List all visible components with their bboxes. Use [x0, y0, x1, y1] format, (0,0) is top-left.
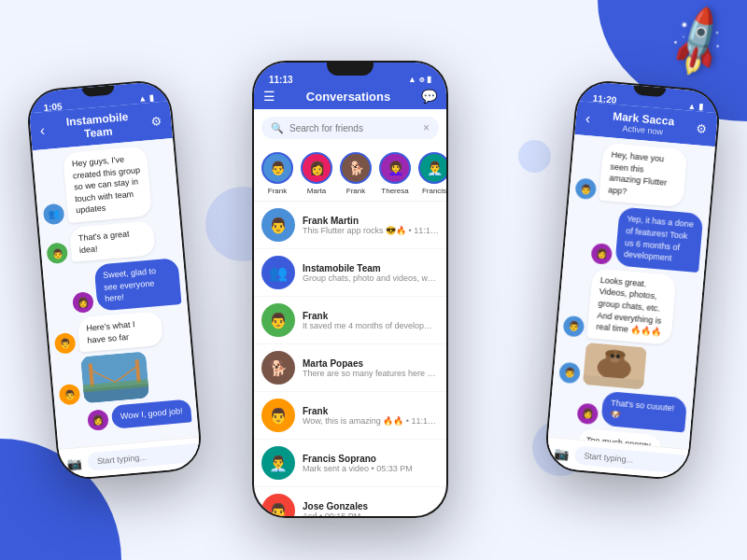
msg-bubble-2: That's a great idea!: [69, 220, 156, 262]
msg-row-4: 👨 Here's what I have so far: [52, 309, 185, 355]
story-row: 👨 Frank 👩 Marta 🐕 Frank 👩‍🦱 Theresa 👨‍💼 …: [254, 147, 446, 202]
search-icon: 🔍: [271, 122, 284, 134]
left-camera-icon[interactable]: 📷: [66, 455, 82, 470]
right-header-info: Mark Sacca Active now: [597, 108, 689, 138]
compose-icon[interactable]: 💬: [421, 89, 437, 104]
msg-bubble-4: Here's what I have so far: [77, 311, 163, 353]
menu-icon[interactable]: ☰: [263, 89, 275, 104]
story-frank2[interactable]: 🐕 Frank: [340, 152, 372, 195]
conv-frank[interactable]: 👨 Frank It saved me 4 months of developm…: [254, 297, 446, 344]
conv-marta[interactable]: 🐕 Marta Popaes There are so many feature…: [254, 344, 446, 392]
bridge-placeholder: [80, 352, 149, 404]
story-name-frank1: Frank: [268, 187, 287, 195]
conv-avatar-frank2: 👨: [261, 399, 295, 432]
msg-row-img: 👨: [56, 348, 190, 406]
center-phone: 11:13 ▲ ⌾ ▮ ☰ Conversations 💬 🔍 × 👨 Fran…: [252, 61, 448, 518]
right-msg-row-4: That's so cuuute! 🐶 👩: [556, 386, 688, 432]
center-search-bar: 🔍 ×: [261, 117, 439, 139]
right-back-icon[interactable]: ‹: [585, 110, 591, 127]
story-name-francis: Francis: [422, 187, 446, 195]
conv-name-instamobile: Instamobile Team: [303, 263, 439, 273]
conv-avatar-frank-martin: 👨: [261, 208, 295, 242]
conv-info-francis: Francis Soprano Mark sent a video • 05:3…: [303, 454, 439, 473]
story-avatar-frank1: 👨: [261, 152, 293, 184]
right-msg-avatar-3: 👨: [563, 315, 585, 337]
conv-preview-frank: It saved me 4 months of development 😎: [303, 321, 439, 330]
conv-info-frank2: Frank Wow, this is amazing 🔥🔥 • 11:11 AM: [303, 406, 439, 426]
right-camera-icon[interactable]: 📷: [554, 446, 570, 461]
conv-frank-martin[interactable]: 👨 Frank Martin This Flutter app rocks 😎🔥…: [254, 202, 446, 249]
left-chat-title: Instamobile Team: [51, 109, 145, 143]
msg-bubble-3: Sweet, glad to see everyone here!: [93, 258, 181, 311]
msg-bubble-1: Hey guys, I've created this group so we …: [63, 146, 153, 223]
conv-francis[interactable]: 👨‍💼 Francis Soprano Mark sent a video • …: [254, 440, 446, 487]
left-header-info: Instamobile Team: [51, 109, 145, 143]
conv-avatar-marta-popaes: 🐕: [261, 351, 295, 385]
msg-avatar-3: 👩: [72, 291, 94, 314]
story-frank1[interactable]: 👨 Frank: [261, 152, 293, 195]
msg-avatar-img: 👨: [59, 384, 81, 406]
conv-preview-marta: There are so many features here 😍 • 11:1…: [303, 369, 439, 378]
left-phone-screen: 1:05 ▲ ▮ ‹ Instamobile Team ⚙ 👥 Hey guys…: [27, 80, 202, 480]
msg-row-3: Sweet, glad to see everyone here! 👩: [49, 258, 182, 315]
center-app-header: ☰ Conversations 💬: [254, 83, 446, 109]
conversations-title: Conversations: [306, 90, 390, 104]
right-chat-bg: 👨 Hey, have you seen this amazing Flutte…: [548, 134, 715, 449]
right-msg-row-1: 👨 Hey, have you seen this amazing Flutte…: [574, 140, 709, 209]
conv-name-frank-martin: Frank Martin: [303, 216, 439, 226]
conv-jose[interactable]: 👨 Jose Gonzales Asd • 09:15 PM: [254, 487, 446, 516]
right-msg-bubble-4: That's so cuuute! 🐶: [600, 390, 687, 432]
story-name-marta: Marta: [307, 187, 326, 195]
conv-name-marta: Marta Popaes: [303, 358, 439, 369]
msg-row-5: Wow I, good job! 👩: [61, 399, 192, 434]
conv-info-jose: Jose Gonzales Asd • 09:15 PM: [303, 501, 439, 517]
right-msg-row-2: Yep, it has a done of features! Took us …: [570, 203, 704, 273]
story-avatar-marta: 👩: [301, 152, 332, 184]
right-phone: 11:20 ▲ ▮ ‹ Mark Sacca Active now ⚙ 👨 He…: [543, 78, 722, 482]
conv-info-frank: Frank It saved me 4 months of developmen…: [303, 311, 439, 330]
story-name-frank2: Frank: [346, 187, 365, 195]
center-phone-screen: 11:13 ▲ ⌾ ▮ ☰ Conversations 💬 🔍 × 👨 Fran…: [254, 63, 446, 516]
conv-avatar-francis: 👨‍💼: [261, 446, 295, 480]
right-message-input[interactable]: [574, 445, 698, 474]
right-msg-avatar-2: 👩: [590, 243, 613, 265]
search-input[interactable]: [289, 123, 417, 133]
right-phone-screen: 11:20 ▲ ▮ ‹ Mark Sacca Active now ⚙ 👨 He…: [545, 80, 720, 480]
right-msg-bubble-3: Looks great. Videos, photos, group chats…: [586, 268, 677, 345]
right-send-icon[interactable]: ➤: [702, 459, 713, 474]
conv-instamobile[interactable]: 👥 Instamobile Team Group chats, photo an…: [254, 249, 446, 297]
story-name-theresa: Theresa: [381, 187, 408, 195]
msg-avatar-2: 👨: [46, 242, 68, 264]
conv-info-marta: Marta Popaes There are so many features …: [303, 358, 439, 378]
left-phone: 1:05 ▲ ▮ ‹ Instamobile Team ⚙ 👥 Hey guys…: [25, 78, 204, 482]
left-message-input[interactable]: [87, 442, 202, 471]
right-msg-row-3: 👨 Looks great. Videos, photos, group cha…: [563, 266, 698, 347]
conv-avatar-frank: 👨: [261, 303, 295, 337]
story-theresa[interactable]: 👩‍🦱 Theresa: [379, 152, 411, 195]
conv-avatar-jose: 👨: [261, 494, 295, 516]
conv-preview-jose: Asd • 09:15 PM: [303, 511, 439, 517]
story-avatar-theresa: 👩‍🦱: [379, 152, 411, 184]
conv-preview-instamobile: Group chats, photo and videos, wow 🔥 •: [303, 273, 439, 283]
right-msg-row-img: 👨: [558, 340, 691, 393]
right-msg-bubble-1: Hey, have you seen this amazing Flutter …: [599, 143, 687, 208]
left-settings-icon[interactable]: ⚙: [150, 113, 162, 128]
msg-avatar-4: 👨: [54, 332, 77, 355]
msg-row-1: 👥 Hey guys, I've created this group so w…: [38, 144, 174, 225]
conv-info-frank-martin: Frank Martin This Flutter app rocks 😎🔥 •…: [303, 216, 439, 235]
conv-frank2[interactable]: 👨 Frank Wow, this is amazing 🔥🔥 • 11:11 …: [254, 392, 446, 440]
story-marta[interactable]: 👩 Marta: [301, 152, 332, 195]
clear-icon[interactable]: ×: [423, 121, 430, 134]
right-msg-avatar-img: 👨: [558, 361, 581, 384]
decorative-dot-4: [518, 140, 551, 173]
right-settings-icon[interactable]: ⚙: [696, 121, 708, 136]
left-back-icon[interactable]: ‹: [39, 122, 46, 139]
story-francis[interactable]: 👨‍💼 Francis: [418, 152, 446, 195]
story-avatar-francis: 👨‍💼: [418, 152, 446, 184]
bridge-image: [80, 352, 149, 404]
right-msg-avatar-4: 👩: [576, 402, 599, 425]
story-avatar-frank2: 🐕: [340, 152, 372, 184]
right-msg-avatar-1: 👨: [574, 178, 597, 201]
dog-image: [583, 343, 647, 389]
battery-icon: ▮: [149, 93, 155, 103]
